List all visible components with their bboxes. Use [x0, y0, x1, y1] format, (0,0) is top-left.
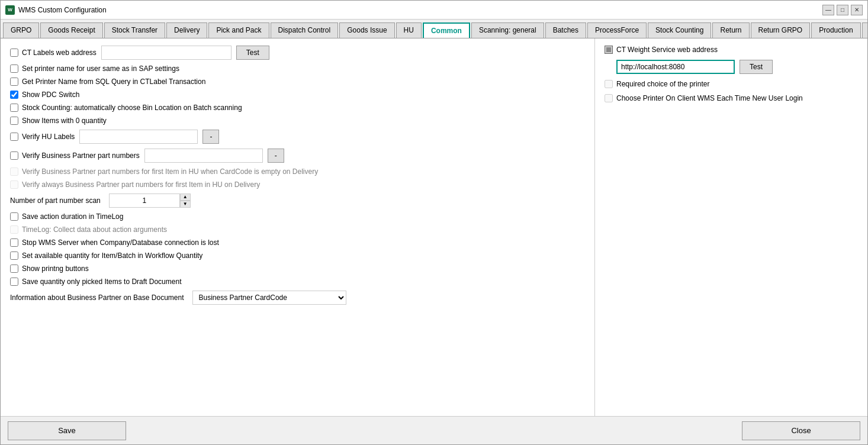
save-action-checkbox[interactable] [10, 212, 18, 221]
window-title: WMS Custom Configuration [18, 6, 107, 14]
tab-return[interactable]: Return [712, 22, 749, 38]
set-printer-checkbox-label[interactable]: Set printer name for user same as in SAP… [10, 65, 179, 73]
tab-pick-and-pack[interactable]: Pick and Pack [208, 22, 269, 38]
show-pdc-checkbox-label[interactable]: Show PDC Switch [10, 91, 79, 99]
verify-bp-cardcode-checkbox-label: Verify Business Partner part numbers for… [10, 167, 318, 176]
verify-always-bp-checkbox [10, 180, 18, 189]
tab-common[interactable]: Common [423, 22, 470, 38]
ct-labels-checkbox[interactable] [10, 49, 18, 57]
tab-grpo[interactable]: GRPO [3, 22, 39, 38]
spinner-up-button[interactable]: ▲ [180, 194, 191, 201]
required-choice-checkbox-label: Required choice of the printer [605, 80, 709, 88]
verify-bp-input[interactable] [144, 149, 263, 163]
timelog-checkbox [10, 225, 18, 234]
ct-weight-row: CT Weight Service web address [605, 46, 858, 54]
timelog-label: TimeLog: Collect data about action argum… [22, 225, 167, 234]
tab-stock-counting[interactable]: Stock Counting [648, 22, 711, 38]
verify-hu-button[interactable]: - [202, 130, 219, 144]
content-area: CT Labels web address Test Set printer n… [1, 38, 867, 416]
set-printer-checkbox[interactable] [10, 65, 18, 73]
verify-hu-input[interactable] [79, 130, 198, 144]
number-of-scan-row: Number of part number scan ▲ ▼ [10, 194, 585, 208]
show-items-quantity-checkbox-label[interactable]: Show Items with 0 quantity [10, 117, 107, 125]
close-button[interactable]: Close [742, 421, 860, 440]
save-qty-checkbox[interactable] [10, 278, 18, 286]
timelog-checkbox-label: TimeLog: Collect data about action argum… [10, 225, 167, 234]
tab-dispatch-control[interactable]: Dispatch Control [271, 22, 339, 38]
ct-labels-label: CT Labels web address [22, 49, 97, 57]
get-printer-row: Get Printer Name from SQL Query in CTLab… [10, 78, 585, 86]
show-printing-checkbox-label[interactable]: Show printng buttons [10, 265, 89, 273]
left-panel: CT Labels web address Test Set printer n… [1, 38, 595, 416]
show-printing-row: Show printng buttons [10, 265, 585, 273]
tab-delivery[interactable]: Delivery [166, 22, 207, 38]
tab-scanning-general[interactable]: Scanning: general [471, 22, 544, 38]
set-available-qty-checkbox-label[interactable]: Set available quantity for Item/Batch in… [10, 251, 202, 260]
tab-return-grpo[interactable]: Return GRPO [751, 22, 811, 38]
set-available-qty-row: Set available quantity for Item/Batch in… [10, 251, 585, 260]
ct-weight-test-button[interactable]: Test [740, 60, 773, 74]
show-pdc-checkbox[interactable] [10, 91, 18, 99]
get-printer-checkbox[interactable] [10, 78, 18, 86]
verify-bp-checkbox-label[interactable]: Verify Business Partner part numbers [10, 151, 140, 160]
number-of-scan-spinner: ▲ ▼ [109, 194, 191, 208]
required-choice-label: Required choice of the printer [616, 80, 709, 88]
required-choice-checkbox [605, 80, 613, 88]
ct-weight-checkbox[interactable] [605, 46, 613, 54]
stock-counting-auto-row: Stock Counting: automatically choose Bin… [10, 104, 585, 112]
tab-hu[interactable]: HU [396, 22, 422, 38]
ct-labels-test-button[interactable]: Test [236, 46, 269, 60]
verify-bp-cardcode-checkbox [10, 167, 18, 176]
minimize-button[interactable]: — [822, 5, 834, 15]
tab-stock-transfer[interactable]: Stock Transfer [104, 22, 165, 38]
stop-wms-checkbox[interactable] [10, 238, 18, 247]
title-bar: W WMS Custom Configuration — □ ✕ [1, 1, 867, 20]
tab-goods-receipt[interactable]: Goods Receipt [40, 22, 102, 38]
verify-hu-checkbox[interactable] [10, 133, 18, 141]
stock-counting-auto-checkbox-label[interactable]: Stock Counting: automatically choose Bin… [10, 104, 242, 112]
verify-always-bp-row: Verify always Business Partner part numb… [10, 180, 585, 189]
maximize-button[interactable]: □ [837, 5, 848, 15]
ct-weight-label: CT Weight Service web address [616, 46, 718, 54]
close-button[interactable]: ✕ [851, 5, 863, 15]
show-items-quantity-checkbox[interactable] [10, 117, 18, 125]
tab-processforce[interactable]: ProcessForce [587, 22, 647, 38]
ct-weight-input[interactable] [616, 60, 735, 74]
tab-goods-issue[interactable]: Goods Issue [339, 22, 394, 38]
ct-labels-checkbox-label[interactable]: CT Labels web address [10, 49, 97, 57]
spinner-down-button[interactable]: ▼ [180, 201, 191, 208]
stock-counting-auto-checkbox[interactable] [10, 104, 18, 112]
save-qty-checkbox-label[interactable]: Save quantity only picked Items to Draft… [10, 278, 181, 286]
save-qty-row: Save quantity only picked Items to Draft… [10, 278, 585, 286]
verify-hu-label: Verify HU Labels [22, 133, 75, 141]
save-button[interactable]: Save [8, 421, 126, 440]
verify-hu-checkbox-label[interactable]: Verify HU Labels [10, 133, 75, 141]
choose-printer-label: Choose Printer On Client WMS Each Time N… [616, 94, 803, 102]
get-printer-checkbox-label[interactable]: Get Printer Name from SQL Query in CTLab… [10, 78, 205, 86]
stop-wms-row: Stop WMS Server when Company/Database co… [10, 238, 585, 247]
verify-bp-checkbox[interactable] [10, 151, 18, 160]
show-printing-label: Show printng buttons [22, 265, 89, 273]
save-action-checkbox-label[interactable]: Save action duration in TimeLog [10, 212, 123, 221]
title-bar-controls: — □ ✕ [822, 5, 863, 15]
verify-bp-row: Verify Business Partner part numbers - [10, 149, 585, 163]
tab-manager[interactable]: Manager [862, 22, 867, 38]
required-choice-row: Required choice of the printer [605, 80, 858, 88]
set-available-qty-checkbox[interactable] [10, 251, 18, 260]
number-of-scan-label: Number of part number scan [10, 196, 101, 205]
ct-labels-input[interactable] [101, 46, 232, 60]
verify-bp-button[interactable]: - [268, 149, 284, 163]
verify-bp-cardcode-row: Verify Business Partner part numbers for… [10, 167, 585, 176]
information-select[interactable]: Business Partner CardCode Business Partn… [192, 291, 346, 305]
number-of-scan-input[interactable] [109, 194, 180, 208]
stop-wms-checkbox-label[interactable]: Stop WMS Server when Company/Database co… [10, 238, 219, 247]
show-pdc-row: Show PDC Switch [10, 91, 585, 99]
tab-production[interactable]: Production [811, 22, 860, 38]
information-row: Information about Business Partner on Ba… [10, 291, 585, 305]
stop-wms-label: Stop WMS Server when Company/Database co… [22, 238, 219, 247]
show-printing-checkbox[interactable] [10, 265, 18, 273]
tab-batches[interactable]: Batches [545, 22, 586, 38]
choose-printer-checkbox-label: Choose Printer On Client WMS Each Time N… [605, 94, 803, 102]
tabs-bar: GRPO Goods Receipt Stock Transfer Delive… [1, 20, 867, 38]
app-icon: W [5, 5, 15, 15]
